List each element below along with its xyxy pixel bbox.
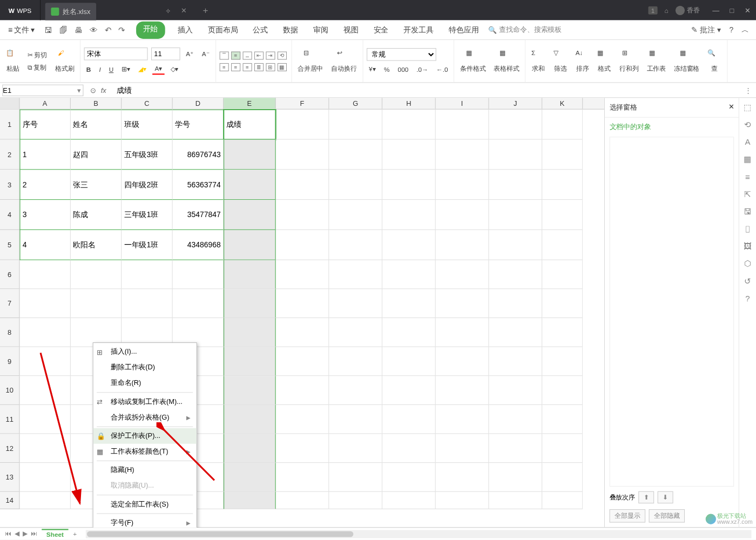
format-painter-button[interactable]: 🖌 格式刷	[53, 48, 77, 74]
indent-left-icon[interactable]: ⇤	[254, 51, 264, 59]
cell-H12[interactable]	[382, 434, 436, 463]
italic-button[interactable]: I	[97, 65, 103, 74]
cell-I3[interactable]	[436, 170, 489, 200]
cell-F8[interactable]	[276, 318, 329, 347]
cell-H6[interactable]	[382, 260, 436, 289]
cell-I12[interactable]	[436, 434, 489, 463]
col-header-I[interactable]: I	[436, 98, 489, 109]
cell-D3[interactable]: 56363774	[173, 170, 224, 200]
cell-K12[interactable]	[542, 434, 583, 463]
cell-I1[interactable]	[436, 110, 489, 140]
decrease-decimal-icon[interactable]: ←.0	[434, 65, 450, 74]
tab-security[interactable]: 安全	[371, 21, 390, 38]
prev-sheet-icon[interactable]: ◀	[15, 530, 19, 538]
name-box[interactable]: E1▾	[2, 84, 83, 96]
cell-K9[interactable]	[542, 347, 583, 376]
first-sheet-icon[interactable]: ⏮	[5, 530, 11, 538]
print-icon[interactable]: 🖶	[75, 25, 83, 35]
cell-K3[interactable]	[542, 170, 583, 200]
font-select[interactable]	[84, 48, 148, 60]
cell-G13[interactable]	[329, 463, 382, 492]
annotate-button[interactable]: ✎ 批注 ▾	[691, 25, 721, 35]
undo-icon[interactable]: ↶	[105, 25, 112, 35]
cell-E11[interactable]	[224, 405, 276, 434]
file-menu[interactable]: ≡ 文件 ▾	[5, 25, 39, 35]
cm-hide[interactable]: 隐藏(H)	[93, 462, 197, 478]
number-format-select[interactable]: 常规	[367, 48, 436, 61]
cell-F10[interactable]	[276, 376, 329, 405]
increase-font-icon[interactable]: A⁺	[184, 49, 196, 59]
cell-G2[interactable]	[329, 140, 382, 170]
cell-A13[interactable]	[19, 463, 70, 492]
minimize-button[interactable]: —	[712, 6, 719, 14]
formula-input[interactable]	[113, 84, 740, 96]
cell-C3[interactable]: 四年级2班	[122, 170, 172, 200]
cell-H8[interactable]	[382, 318, 436, 347]
cell-A2[interactable]: 1	[19, 140, 70, 170]
col-header-B[interactable]: B	[71, 98, 122, 109]
style-icon[interactable]: A	[745, 137, 750, 146]
indent-right-icon[interactable]: ⇥	[266, 51, 275, 59]
cell-F9[interactable]	[276, 347, 329, 376]
command-search[interactable]: 🔍 查找命令、搜索模板	[488, 25, 562, 35]
cell-G11[interactable]	[329, 405, 382, 434]
underline-button[interactable]: U	[106, 65, 116, 74]
row-header-14[interactable]: 14	[0, 492, 19, 509]
cell-J12[interactable]	[489, 434, 542, 463]
increase-decimal-icon[interactable]: .0→	[414, 65, 430, 74]
cell-C6[interactable]	[122, 260, 172, 289]
tab-review[interactable]: 审阅	[311, 21, 330, 38]
cell-K11[interactable]	[542, 405, 583, 434]
cell-C4[interactable]: 三年级1班	[122, 200, 172, 230]
col-header-E[interactable]: E	[224, 98, 276, 109]
cell-E8[interactable]	[224, 318, 276, 347]
cell-K13[interactable]	[542, 463, 583, 492]
cell-A5[interactable]: 4	[19, 230, 70, 260]
cell-K6[interactable]	[542, 260, 583, 289]
cell-K7[interactable]	[542, 289, 583, 318]
row-header-11[interactable]: 11	[0, 405, 19, 434]
cell-A9[interactable]	[19, 347, 70, 376]
cell-F13[interactable]	[276, 463, 329, 492]
cell-F4[interactable]	[276, 200, 329, 230]
expand-formula-icon[interactable]: ⋮	[740, 86, 756, 94]
col-header-F[interactable]: F	[276, 98, 329, 109]
row-header-13[interactable]: 13	[0, 463, 19, 492]
cell-E10[interactable]	[224, 376, 276, 405]
cell-A12[interactable]	[19, 434, 70, 463]
cell-A3[interactable]: 2	[19, 170, 70, 200]
loop-icon[interactable]: ⟲	[744, 120, 751, 129]
cell-K10[interactable]	[542, 376, 583, 405]
cell-K5[interactable]	[542, 230, 583, 260]
cell-H3[interactable]	[382, 170, 436, 200]
fx-icon[interactable]: fx	[101, 86, 106, 94]
cell-G6[interactable]	[329, 260, 382, 289]
home-icon[interactable]: ⌂	[665, 6, 669, 14]
new-tab-button[interactable]: +	[202, 5, 208, 15]
tab-view[interactable]: 视图	[341, 21, 360, 38]
cell-E6[interactable]	[224, 260, 276, 289]
cell-B7[interactable]	[71, 289, 122, 318]
decrease-font-icon[interactable]: A⁻	[199, 49, 212, 59]
export-icon[interactable]: ⇱	[744, 190, 751, 199]
align-bottom-icon[interactable]: ⎽	[242, 51, 252, 59]
add-sheet-button[interactable]: +	[69, 530, 82, 537]
cell-E9[interactable]	[224, 347, 276, 376]
cell-D5[interactable]: 43486968	[173, 230, 224, 260]
cell-C7[interactable]	[122, 289, 172, 318]
cell-C2[interactable]: 五年级3班	[122, 140, 172, 170]
tab-dev[interactable]: 开发工具	[401, 21, 436, 38]
cell-B2[interactable]: 赵四	[71, 140, 122, 170]
col-header-C[interactable]: C	[122, 98, 172, 109]
cell-J4[interactable]	[489, 200, 542, 230]
cm-font-size[interactable]: 字号(F)▶	[93, 515, 197, 528]
distribute-icon[interactable]: ⊞	[266, 63, 275, 71]
cell-F3[interactable]	[276, 170, 329, 200]
cell-G8[interactable]	[329, 318, 382, 347]
cell-E1[interactable]: 成绩	[224, 110, 276, 140]
cm-move-copy[interactable]: ⇄移动或复制工作表(M)...	[93, 394, 197, 410]
cell-I6[interactable]	[436, 260, 489, 289]
cell-F1[interactable]	[276, 110, 329, 140]
cell-F14[interactable]	[276, 492, 329, 509]
cell-D7[interactable]	[173, 289, 224, 318]
